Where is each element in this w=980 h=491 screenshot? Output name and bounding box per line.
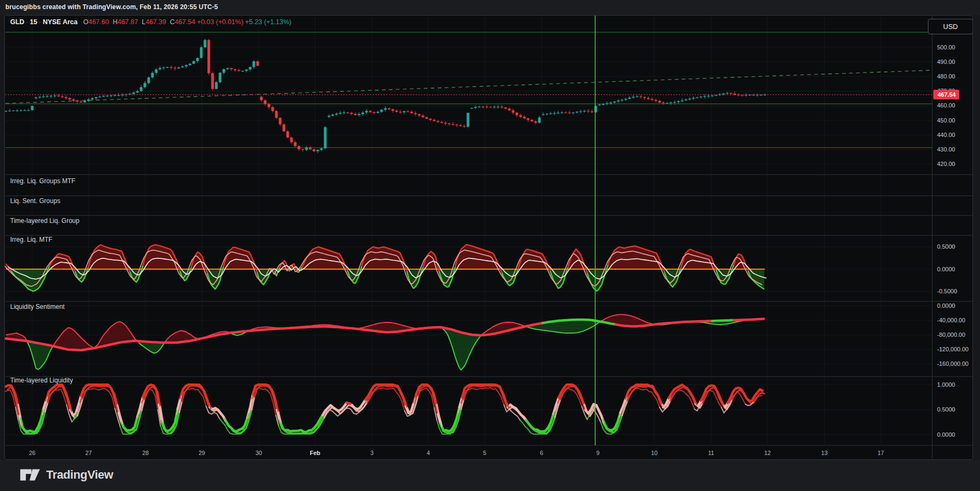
pane-title-irreg-liq-mtf[interactable]: Irreg. Liq. MTF (10, 236, 53, 243)
price-axis-label: 1.0000 (937, 381, 955, 388)
tradingview-logo-text: TradingView (46, 468, 113, 482)
price-axis-label: -160,000.00 (937, 360, 969, 367)
time-axis-label-5: 5 (483, 450, 486, 456)
pane-title-liq-sent-groups[interactable]: Liq. Sent. Groups (10, 197, 60, 205)
chart-area[interactable]: GLD·15·NYSE Arca O467.60H467.87L467.39C4… (4, 15, 973, 460)
price-axis-label: 480.00 (937, 73, 955, 80)
symbol-exchange[interactable]: NYSE Arca (43, 18, 78, 26)
time-axis-label-29: 29 (199, 450, 205, 456)
time-axis-label-26: 26 (29, 450, 35, 456)
price-axis-label: 440.00 (937, 132, 955, 138)
time-axis-label-feb: Feb (310, 450, 320, 456)
time-axis-label-28: 28 (142, 450, 149, 456)
price-axis-label: 0.0000 (937, 302, 955, 309)
ohlc-letter: O (83, 18, 89, 26)
price-axis-label: 420.00 (937, 161, 955, 167)
ohlc-value: 467.60 (89, 18, 109, 26)
last-price-tag: 467.54 (933, 90, 959, 99)
pane-title-irreg-liq-groups-mtf[interactable]: Irreg. Liq. Groups MTF (10, 177, 75, 185)
pane-title-time-layered-liq-group[interactable]: Time-layered Liq. Group (10, 217, 79, 225)
ohlc-values: O467.60H467.87L467.39C467.54 (79, 18, 195, 26)
tradingview-logo-icon (19, 467, 41, 482)
price-axis-label: 450.00 (937, 117, 955, 124)
time-axis-label-3: 3 (370, 450, 374, 456)
session-change: +5.23 (+1.13%) (245, 18, 291, 26)
price-axis-label: 0.5000 (937, 243, 955, 250)
time-axis-label-9: 9 (596, 450, 599, 456)
time-axis-label-30: 30 (255, 450, 262, 456)
footer: TradingView (0, 460, 980, 491)
tradingview-brand[interactable]: TradingView (19, 467, 113, 482)
time-axis-label-11: 11 (708, 450, 714, 456)
symbol-legend[interactable]: GLD·15·NYSE Arca O467.60H467.87L467.39C4… (10, 18, 291, 26)
time-axis-label-17: 17 (877, 450, 884, 456)
ohlc-value: 467.39 (145, 18, 166, 26)
tradingview-screenshot: brucegibbs created with TradingView.com,… (0, 0, 980, 491)
time-axis-label-4: 4 (427, 450, 430, 456)
chart-canvas[interactable] (5, 16, 973, 460)
time-axis-label-10: 10 (651, 450, 657, 456)
price-axis-label: -120,000.00 (937, 346, 969, 352)
ohlc-value: 467.54 (174, 18, 195, 26)
price-axis-label: 0.0000 (937, 431, 955, 438)
price-axis-label: -0.5000 (937, 288, 957, 294)
ohlc-value: 467.87 (118, 18, 138, 26)
attribution-text: brucegibbs created with TradingView.com,… (5, 3, 218, 11)
pane-title-liquidity-sentiment[interactable]: Liquidity Sentiment (10, 303, 64, 311)
price-axis-label: -80,000.00 (937, 331, 966, 338)
price-axis-label: 460.00 (937, 102, 955, 109)
time-axis-label-6: 6 (540, 450, 543, 456)
time-axis-label-13: 13 (821, 450, 828, 456)
time-axis-label-12: 12 (764, 450, 771, 456)
ohlc-letter: H (113, 18, 118, 26)
price-axis-label: 430.00 (937, 146, 955, 153)
price-axis-label: 0.0000 (937, 266, 955, 272)
price-axis-label: 0.5000 (937, 406, 955, 413)
price-axis-label: 500.00 (937, 44, 955, 50)
currency-toggle-button[interactable]: USD (928, 19, 973, 34)
attribution-bar: brucegibbs created with TradingView.com,… (0, 0, 980, 15)
price-axis-label: 490.00 (937, 59, 955, 65)
pane-title-time-layered-liquidity[interactable]: Time-layered Liquidity (10, 377, 73, 384)
bar-change: +0.03 (+0.01%) (197, 18, 243, 26)
time-axis-label-27: 27 (85, 450, 92, 456)
symbol-name[interactable]: GLD (10, 18, 24, 26)
price-axis-label: -40,000.00 (937, 317, 966, 323)
symbol-interval[interactable]: 15 (30, 18, 38, 26)
